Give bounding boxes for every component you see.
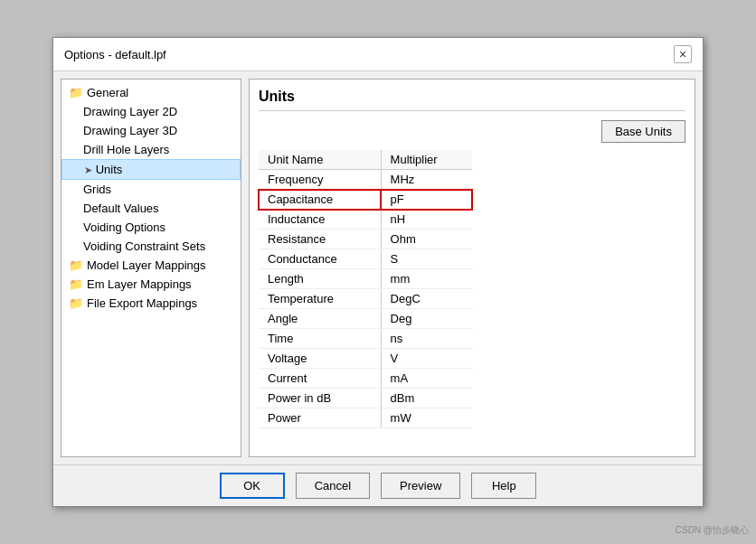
unit-name-cell: Voltage xyxy=(259,349,381,369)
table-row[interactable]: CapacitancepF xyxy=(259,190,472,210)
tree-item-default-values[interactable]: Default Values xyxy=(61,199,241,218)
tree-item-voiding-constraint-sets[interactable]: Voiding Constraint Sets xyxy=(61,237,241,256)
multiplier-cell: V xyxy=(381,349,472,369)
tree-label: Voiding Constraint Sets xyxy=(83,239,205,253)
multiplier-cell: Ohm xyxy=(381,230,472,249)
dialog-body: 📁GeneralDrawing Layer 2DDrawing Layer 3D… xyxy=(53,71,703,464)
table-row[interactable]: InductancenH xyxy=(259,210,472,230)
unit-name-cell: Resistance xyxy=(259,230,381,249)
unit-name-cell: Inductance xyxy=(259,210,381,230)
multiplier-cell: ns xyxy=(381,329,472,349)
options-dialog: Options - default.lpf × 📁GeneralDrawing … xyxy=(52,37,704,507)
unit-name-cell: Length xyxy=(259,269,381,289)
tree-item-drawing-layer-2d[interactable]: Drawing Layer 2D xyxy=(61,102,241,121)
tree-panel: 📁GeneralDrawing Layer 2DDrawing Layer 3D… xyxy=(61,79,241,457)
unit-name-cell: Power xyxy=(259,408,381,428)
multiplier-cell: DegC xyxy=(381,289,472,309)
content-panel: Units Base Units Unit Name Multiplier Fr… xyxy=(249,79,695,457)
table-row[interactable]: ResistanceOhm xyxy=(259,230,472,249)
table-row[interactable]: VoltageV xyxy=(259,349,472,369)
cancel-button[interactable]: Cancel xyxy=(296,473,370,499)
help-button[interactable]: Help xyxy=(471,473,536,499)
preview-button[interactable]: Preview xyxy=(381,473,460,499)
col-header-unit-name: Unit Name xyxy=(259,150,381,170)
tree-item-file-export-mappings[interactable]: 📁File Export Mappings xyxy=(61,294,241,313)
multiplier-cell: pF xyxy=(381,190,472,210)
unit-name-cell: Time xyxy=(259,329,381,349)
units-table-body: FrequencyMHzCapacitancepFInductancenHRes… xyxy=(259,170,472,428)
folder-icon: 📁 xyxy=(69,258,83,272)
multiplier-cell: Deg xyxy=(381,309,472,329)
table-row[interactable]: Lengthmm xyxy=(259,269,472,289)
watermark: CSDN @怡步晓心 xyxy=(676,524,749,537)
table-header-row: Unit Name Multiplier xyxy=(259,150,472,170)
tree-item-model-layer-mappings[interactable]: 📁Model Layer Mappings xyxy=(61,256,241,275)
tree-item-units[interactable]: ➤ Units xyxy=(61,159,241,180)
multiplier-cell: mm xyxy=(381,269,472,289)
dialog-title: Options - default.lpf xyxy=(64,48,166,61)
table-row[interactable]: AngleDeg xyxy=(259,309,472,329)
table-row[interactable]: CurrentmA xyxy=(259,369,472,389)
multiplier-cell: S xyxy=(381,249,472,269)
tree-label: Drawing Layer 3D xyxy=(83,124,177,137)
unit-name-cell: Frequency xyxy=(259,170,381,190)
tree-item-grids[interactable]: Grids xyxy=(61,180,241,199)
tree-label: Em Layer Mappings xyxy=(87,277,192,291)
title-bar: Options - default.lpf × xyxy=(53,38,703,71)
tree-item-voiding-options[interactable]: Voiding Options xyxy=(61,218,241,237)
tree-label: Units xyxy=(96,163,123,176)
table-row[interactable]: ConductanceS xyxy=(259,249,472,269)
dialog-footer: OK Cancel Preview Help xyxy=(53,464,703,506)
tree-label: Default Values xyxy=(83,202,159,215)
tree-label: File Export Mappings xyxy=(87,296,197,310)
arrow-icon: ➤ xyxy=(84,164,92,175)
multiplier-cell: dBm xyxy=(381,389,472,408)
tree-label: Model Layer Mappings xyxy=(87,258,206,272)
unit-name-cell: Angle xyxy=(259,309,381,329)
multiplier-cell: mW xyxy=(381,408,472,428)
tree-item-drill-hole-layers[interactable]: Drill Hole Layers xyxy=(61,140,241,159)
unit-name-cell: Power in dB xyxy=(259,389,381,408)
folder-icon: 📁 xyxy=(69,277,83,291)
table-row[interactable]: Power in dBdBm xyxy=(259,389,472,408)
panel-title: Units xyxy=(259,89,685,111)
table-row[interactable]: Timens xyxy=(259,329,472,349)
tree-item-drawing-layer-3d[interactable]: Drawing Layer 3D xyxy=(61,121,241,140)
col-header-multiplier: Multiplier xyxy=(381,150,472,170)
tree-item-em-layer-mappings[interactable]: 📁Em Layer Mappings xyxy=(61,275,241,294)
folder-icon: 📁 xyxy=(69,86,83,99)
unit-name-cell: Capacitance xyxy=(259,190,381,210)
unit-name-cell: Conductance xyxy=(259,249,381,269)
tree-label: General xyxy=(87,86,128,99)
tree-label: Drill Hole Layers xyxy=(83,143,169,156)
table-row[interactable]: PowermW xyxy=(259,408,472,428)
multiplier-cell: nH xyxy=(381,210,472,230)
tree-label: Voiding Options xyxy=(83,220,165,234)
tree-label: Grids xyxy=(83,183,111,196)
table-row[interactable]: FrequencyMHz xyxy=(259,170,472,190)
ok-button[interactable]: OK xyxy=(220,473,285,499)
folder-icon: 📁 xyxy=(69,296,83,310)
units-table: Unit Name Multiplier FrequencyMHzCapacit… xyxy=(259,150,472,428)
multiplier-cell: MHz xyxy=(381,170,472,190)
tree-label: Drawing Layer 2D xyxy=(83,105,177,118)
unit-name-cell: Current xyxy=(259,369,381,389)
unit-name-cell: Temperature xyxy=(259,289,381,309)
top-row: Base Units xyxy=(259,120,685,143)
tree-item-general[interactable]: 📁General xyxy=(61,83,241,102)
table-row[interactable]: TemperatureDegC xyxy=(259,289,472,309)
close-button[interactable]: × xyxy=(674,45,692,63)
base-units-button[interactable]: Base Units xyxy=(601,120,685,143)
multiplier-cell: mA xyxy=(381,369,472,389)
